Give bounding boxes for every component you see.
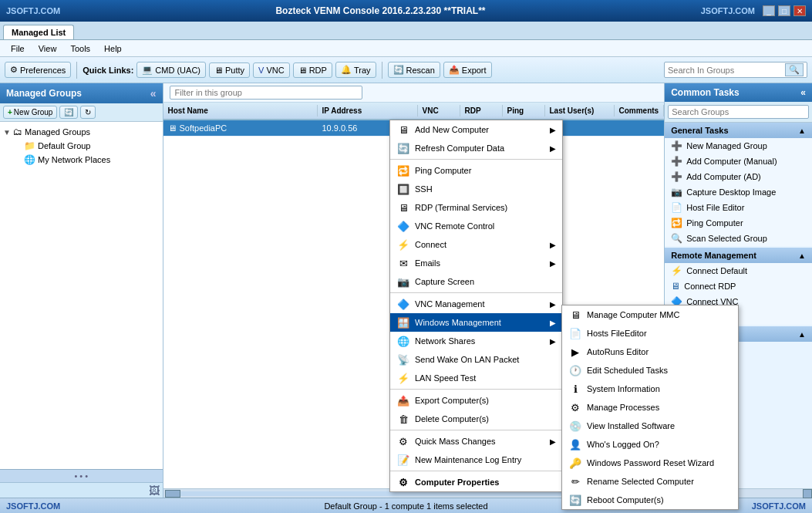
search-groups-button[interactable]: 🔍 (785, 63, 804, 76)
ctx-delete-computers[interactable]: 🗑 Delete Computer(s) (390, 410, 562, 428)
sub-installed-software[interactable]: 💿 View Installed Software (562, 417, 738, 435)
menu-file[interactable]: File (5, 42, 31, 55)
ctx-wake-on-lan[interactable]: 📡 Send Wake On LAN Packet (390, 350, 562, 369)
ctx-sep-2 (390, 292, 562, 293)
sub-whos-logged-on[interactable]: 👤 Who's Logged On? (562, 435, 738, 454)
sub-icon-hosts: 📄 (568, 326, 582, 340)
ctx-rdp[interactable]: 🖥 RDP (Terminal Services) (390, 198, 562, 217)
ctx-maintenance-log[interactable]: 📝 New Maintenance Log Entry (390, 451, 562, 469)
ctx-ping[interactable]: 🔁 Ping Computer (390, 161, 562, 180)
group-toolbar: + New Group 🔄 ↻ (0, 103, 163, 122)
sub-reboot-computer[interactable]: 🔄 Reboot Computer(s) (562, 491, 738, 509)
scroll-left[interactable] (165, 490, 180, 498)
tree-item-network-places[interactable]: 🌐 My Network Places (14, 153, 160, 167)
sub-hosts-fileeditor[interactable]: 📄 Hosts FileEditor (562, 324, 738, 343)
ctx-export-computers[interactable]: 📤 Export Computer(s) (390, 391, 562, 410)
refresh-group-button[interactable]: 🔄 (59, 106, 78, 119)
table-header: Host Name IP Address VNC RDP Ping Last U… (163, 103, 665, 120)
rescan-button[interactable]: 🔄 Rescan (388, 62, 440, 78)
connect-rdp-icon: 🖥 (671, 281, 680, 292)
sub-scheduled-tasks[interactable]: 🕐 Edit Scheduled Tasks (562, 361, 738, 380)
vnc-button[interactable]: V VNC (253, 62, 290, 78)
ctx-emails[interactable]: ✉ Emails ▶ (390, 254, 562, 272)
tree-root[interactable]: ▼ 🗂 Managed Groups (3, 125, 160, 139)
filter-input[interactable] (170, 86, 362, 100)
ctx-icon-ping: 🔁 (396, 164, 410, 177)
task-new-managed-group[interactable]: ➕ New Managed Group (665, 138, 812, 154)
ctx-network-shares[interactable]: 🌐 Network Shares ▶ (390, 332, 562, 350)
context-menu: 🖥 Add New Computer ▶ 🔄 Refresh Computer … (389, 120, 563, 492)
task-connect-default[interactable]: ⚡ Connect Default (665, 263, 812, 278)
ctx-icon-rdp: 🖥 (396, 201, 410, 214)
preferences-button[interactable]: ⚙ Preferences (5, 62, 71, 78)
task-connect-rdp[interactable]: 🖥 Connect RDP (665, 278, 812, 294)
task-host-file-editor[interactable]: 📄 Host File Editor (665, 200, 812, 215)
preferences-icon: ⚙ (10, 65, 18, 75)
ctx-sep-3 (390, 389, 562, 390)
sub-password-reset[interactable]: 🔑 Windows Password Reset Wizard (562, 454, 738, 472)
col-ip: IP Address (318, 105, 418, 116)
ctx-computer-properties[interactable]: ⚙ Computer Properties (390, 473, 562, 491)
search-groups-input[interactable] (668, 66, 783, 75)
maximize-button[interactable]: □ (778, 5, 790, 16)
col-ping: Ping (503, 105, 545, 116)
sub-autoruns[interactable]: ▶ AutoRuns Editor (562, 343, 738, 361)
right-panel-collapse[interactable]: « (800, 87, 806, 98)
ctx-icon-delete: 🗑 (396, 412, 410, 426)
sub-manage-mmc[interactable]: 🖥 Manage Computer MMC (562, 305, 738, 324)
ctx-icon-lan-speed: ⚡ (396, 371, 410, 385)
ctx-capture-screen[interactable]: 📷 Capture Screen (390, 272, 562, 291)
left-panel-collapse[interactable]: « (150, 87, 157, 100)
tray-button[interactable]: 🔔 Tray (335, 62, 376, 78)
new-group-icon: + (8, 108, 12, 116)
ctx-ssh[interactable]: 🔲 SSH (390, 180, 562, 198)
menu-tools[interactable]: Tools (64, 42, 96, 55)
thumbnail-icon[interactable]: 🖼 (149, 484, 160, 497)
rdp-button[interactable]: 🖥 RDP (293, 62, 332, 78)
status-text: Default Group - 1 compute 1 items select… (324, 501, 487, 511)
task-capture-desktop[interactable]: 📷 Capture Desktop Image (665, 184, 812, 200)
tree-item-default-group[interactable]: 📁 Default Group (14, 139, 160, 153)
ctx-windows-management[interactable]: 🪟 Windows Management ▶ (390, 313, 562, 332)
search-groups-right-input[interactable] (668, 105, 809, 119)
sync-group-button[interactable]: ↻ (80, 106, 96, 119)
remote-management-header[interactable]: Remote Management ▲ (665, 248, 812, 263)
menu-view[interactable]: View (32, 42, 63, 55)
ctx-vnc-remote[interactable]: 🔷 VNC Remote Control (390, 217, 562, 235)
general-tasks-header[interactable]: General Tasks ▲ (665, 123, 812, 138)
managed-groups-title: Managed Groups (6, 88, 82, 99)
menu-help[interactable]: Help (98, 42, 128, 55)
rdp-icon: 🖥 (298, 66, 307, 75)
sub-rename-computer[interactable]: ✏ Rename Selected Computer (562, 472, 738, 491)
capture-icon: 📷 (671, 187, 682, 197)
minimize-button[interactable]: _ (763, 5, 775, 16)
ctx-icon-windows-mgmt: 🪟 (396, 316, 410, 329)
task-add-computer-manual[interactable]: ➕ Add Computer (Manual) (665, 154, 812, 169)
ctx-add-new-computer[interactable]: 🖥 Add New Computer ▶ (390, 120, 562, 139)
ctx-refresh-computer[interactable]: 🔄 Refresh Computer Data ▶ (390, 139, 562, 157)
ctx-quick-mass-changes[interactable]: ⚙ Quick Mass Changes ▶ (390, 432, 562, 451)
logo-left: JSOFTJ.COM (6, 6, 60, 15)
cmd-uac-button[interactable]: 💻 CMD (UAC) (136, 62, 206, 78)
tab-managed-list[interactable]: Managed List (3, 25, 74, 39)
task-ping-computer[interactable]: 🔁 Ping Computer (665, 215, 812, 231)
ctx-icon-add-computer: 🖥 (396, 123, 410, 137)
ctx-lan-speed[interactable]: ⚡ LAN Speed Test (390, 369, 562, 387)
submenu-windows-management: 🖥 Manage Computer MMC 📄 Hosts FileEditor… (561, 305, 739, 510)
task-scan-selected-group[interactable]: 🔍 Scan Selected Group (665, 231, 812, 246)
close-button[interactable]: ✕ (793, 5, 806, 16)
new-group-button[interactable]: + New Group (3, 106, 57, 119)
right-scroll-btn[interactable] (803, 489, 812, 498)
sub-system-info[interactable]: ℹ System Information (562, 380, 738, 398)
ctx-arrow-vnc-mgmt: ▶ (550, 300, 556, 309)
col-lastuser: Last User(s) (545, 105, 615, 116)
task-add-computer-ad[interactable]: ➕ Add Computer (AD) (665, 169, 812, 184)
ctx-connect[interactable]: ⚡ Connect ▶ (390, 235, 562, 254)
putty-button[interactable]: 🖥 Putty (209, 62, 250, 78)
sub-icon-mmc: 🖥 (568, 308, 582, 322)
sub-manage-processes[interactable]: ⚙ Manage Processes (562, 398, 738, 417)
ctx-vnc-management[interactable]: 🔷 VNC Management ▶ (390, 295, 562, 313)
export-button[interactable]: 📤 Export (443, 62, 492, 78)
titlebar: JSOFTJ.COM Bozteck VENM Console 2016.2.2… (0, 0, 812, 22)
left-panel-scrollbar: 🖼 (0, 482, 163, 498)
